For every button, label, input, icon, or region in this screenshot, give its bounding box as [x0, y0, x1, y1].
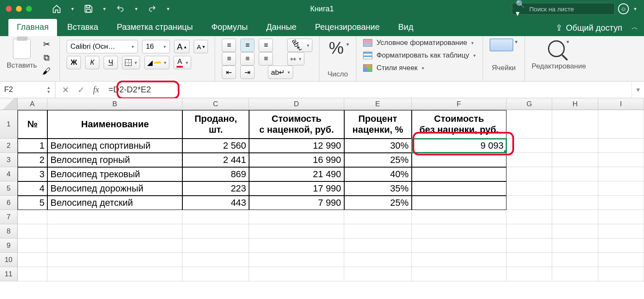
col-header-b[interactable]: B [47, 98, 182, 110]
header-sold[interactable]: Продано, шт. [182, 110, 249, 139]
cell[interactable]: 223 [182, 181, 249, 196]
accept-formula-icon[interactable]: ✓ [78, 85, 85, 95]
cell-empty[interactable] [598, 167, 644, 181]
cell[interactable]: Велосипед детский [47, 196, 182, 210]
feedback-smiley-icon[interactable]: ☺ [618, 3, 629, 14]
cell-empty[interactable] [47, 253, 182, 267]
cell-empty[interactable] [344, 253, 412, 267]
header-cost-without[interactable]: Стоимость без наценки, руб. [412, 110, 507, 139]
feedback-dropdown-icon[interactable]: ▾ [632, 6, 638, 12]
cell-empty[interactable] [552, 110, 598, 139]
row-header-7[interactable]: 7 [0, 210, 18, 224]
row-header-4[interactable]: 4 [0, 167, 18, 181]
cell[interactable]: 869 [182, 167, 249, 181]
cell[interactable]: 12 990 [249, 139, 344, 153]
cell-empty[interactable] [182, 253, 249, 267]
col-header-a[interactable]: A [18, 98, 48, 110]
cell[interactable]: 4 [18, 181, 48, 196]
cell-empty[interactable] [552, 139, 598, 153]
format-as-table-button[interactable]: Форматировать как таблицу [363, 51, 476, 60]
cell-styles-button[interactable]: Стили ячеек [363, 64, 476, 72]
cancel-formula-icon[interactable]: ✕ [62, 85, 69, 95]
align-right-button[interactable]: ≡ [259, 52, 273, 66]
cell[interactable]: 443 [182, 196, 249, 210]
cell-empty[interactable] [47, 224, 182, 239]
tab-page-layout[interactable]: Разметка страницы [108, 19, 201, 36]
col-header-c[interactable]: C [182, 98, 249, 110]
merge-cells-button[interactable]: ⇿ [287, 52, 304, 66]
borders-button[interactable] [122, 56, 140, 69]
name-box[interactable]: F2 ▲▼ [0, 81, 55, 98]
cell-empty[interactable] [506, 110, 552, 139]
cell-empty[interactable] [182, 239, 249, 253]
cell-empty[interactable] [506, 181, 552, 196]
wrap-text-button[interactable]: ab↵ [268, 66, 293, 79]
font-size-select[interactable]: 16 [142, 40, 170, 53]
row-header-5[interactable]: 5 [0, 181, 18, 196]
tab-view[interactable]: Вид [390, 19, 422, 36]
paste-icon[interactable] [13, 39, 31, 59]
cell-empty[interactable] [506, 196, 552, 210]
name-box-up-icon[interactable]: ▲ [47, 86, 51, 90]
cell-empty[interactable] [598, 139, 644, 153]
cell-empty[interactable] [506, 167, 552, 181]
cell-empty[interactable] [47, 239, 182, 253]
tab-home[interactable]: Главная [8, 19, 57, 36]
cell-empty[interactable] [598, 224, 644, 239]
cell[interactable]: 40% [344, 167, 412, 181]
row-header-6[interactable]: 6 [0, 196, 18, 210]
cell-empty[interactable] [506, 239, 552, 253]
cell[interactable]: 35% [344, 181, 412, 196]
cells-icon[interactable] [490, 39, 513, 51]
save-icon[interactable] [83, 3, 94, 14]
align-middle-button[interactable]: ≡ [240, 39, 254, 52]
row-header-10[interactable]: 10 [0, 253, 18, 267]
cell-empty[interactable] [249, 253, 344, 267]
header-name[interactable]: Наименование [47, 110, 182, 139]
cell-empty[interactable] [552, 210, 598, 224]
header-cost-with[interactable]: Стоимость с наценкой, руб. [249, 110, 344, 139]
cell-empty[interactable] [344, 239, 412, 253]
fullscreen-window-icon[interactable] [26, 6, 32, 12]
share-button[interactable]: ⇪ Общий доступ [556, 23, 622, 36]
tab-data[interactable]: Данные [258, 19, 305, 36]
formula-input[interactable] [106, 85, 631, 94]
cell[interactable]: Велосипед дорожный [47, 181, 182, 196]
minimize-window-icon[interactable] [16, 6, 22, 12]
collapse-ribbon-icon[interactable]: ︿ [628, 23, 644, 36]
align-left-button[interactable]: ≡ [222, 52, 236, 66]
align-top-button[interactable]: ≡ [222, 39, 236, 52]
cell-empty[interactable] [506, 224, 552, 239]
cell-empty[interactable] [598, 239, 644, 253]
font-color-button[interactable]: A [174, 56, 191, 69]
cell-empty[interactable] [412, 239, 507, 253]
cell[interactable]: 3 [18, 167, 48, 181]
align-center-button[interactable]: ≡ [240, 52, 254, 66]
spreadsheet-grid[interactable]: A B C D E F G H I 1 № Наименование Прода… [0, 98, 644, 281]
row-header-3[interactable]: 3 [0, 153, 18, 167]
cell-empty[interactable] [598, 267, 644, 281]
cell-empty[interactable] [506, 139, 552, 153]
cell-empty[interactable] [249, 239, 344, 253]
cell-empty[interactable] [18, 210, 48, 224]
cell-empty[interactable] [412, 224, 507, 239]
select-all-corner[interactable] [0, 98, 18, 110]
cell[interactable] [412, 153, 507, 167]
cell-empty[interactable] [18, 253, 48, 267]
cell-empty[interactable] [598, 210, 644, 224]
cell-empty[interactable] [182, 224, 249, 239]
cell-empty[interactable] [18, 239, 48, 253]
name-box-down-icon[interactable]: ▼ [47, 90, 51, 94]
cell[interactable]: 17 990 [249, 181, 344, 196]
col-header-i[interactable]: I [598, 98, 644, 110]
selected-cell[interactable]: 9 093 [412, 139, 507, 153]
cell-empty[interactable] [598, 110, 644, 139]
cell-empty[interactable] [552, 153, 598, 167]
cell-empty[interactable] [506, 267, 552, 281]
cell-empty[interactable] [598, 253, 644, 267]
cell-empty[interactable] [18, 224, 48, 239]
qat-customize-icon[interactable]: ▾ [165, 6, 171, 12]
cell-empty[interactable] [249, 267, 344, 281]
row-header-8[interactable]: 8 [0, 224, 18, 239]
header-num[interactable]: № [18, 110, 48, 139]
